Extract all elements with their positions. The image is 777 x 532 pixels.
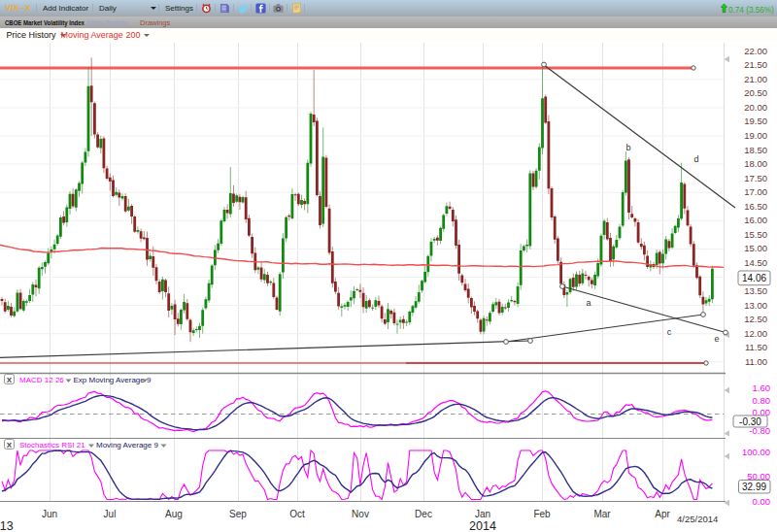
svg-text:2013: 2013 <box>0 519 14 532</box>
svg-text:2014: 2014 <box>469 519 496 532</box>
svg-text:19.50: 19.50 <box>744 116 767 126</box>
svg-text:d: d <box>693 154 698 164</box>
svg-text:18.00: 18.00 <box>744 158 767 169</box>
svg-text:11.50: 11.50 <box>745 342 767 352</box>
svg-text:Nov: Nov <box>352 509 369 519</box>
svg-text:Jan: Jan <box>475 509 490 519</box>
svg-text:14.06: 14.06 <box>742 273 766 283</box>
svg-text:e: e <box>714 334 719 344</box>
svg-text:12.50: 12.50 <box>744 314 767 324</box>
svg-text:16.50: 16.50 <box>744 201 767 212</box>
svg-text:X: X <box>7 376 13 384</box>
svg-text:Aug: Aug <box>165 509 183 519</box>
svg-text:20.50: 20.50 <box>744 87 767 98</box>
svg-text:X: X <box>7 441 13 449</box>
svg-text:1.60: 1.60 <box>753 382 771 393</box>
svg-text:Jul: Jul <box>104 509 117 519</box>
svg-text:15.00: 15.00 <box>744 243 767 253</box>
svg-text:22.00: 22.00 <box>744 46 767 56</box>
svg-text:17.50: 17.50 <box>744 173 767 183</box>
svg-text:32.99: 32.99 <box>742 482 766 492</box>
svg-text:12.00: 12.00 <box>744 328 767 339</box>
svg-text:Exp Moving Average 9: Exp Moving Average 9 <box>74 376 152 384</box>
svg-text:Jun: Jun <box>42 509 57 519</box>
svg-text:16.00: 16.00 <box>744 215 767 225</box>
svg-text:Stochastics RSI 21: Stochastics RSI 21 <box>19 441 85 449</box>
svg-text:Moving Average 9: Moving Average 9 <box>96 441 158 449</box>
svg-text:21.50: 21.50 <box>744 59 767 70</box>
svg-text:21.00: 21.00 <box>744 74 767 84</box>
svg-text:20.00: 20.00 <box>744 102 767 113</box>
svg-text:13.00: 13.00 <box>744 300 767 311</box>
svg-text:MACD 12 26: MACD 12 26 <box>19 376 64 384</box>
svg-text:14.50: 14.50 <box>744 257 767 268</box>
svg-text:Dec: Dec <box>415 509 432 519</box>
svg-text:Apr: Apr <box>655 509 670 519</box>
svg-text:a: a <box>586 298 591 308</box>
svg-text:4/25/2014: 4/25/2014 <box>677 514 718 524</box>
svg-text:Oct: Oct <box>289 509 305 519</box>
svg-text:Feb: Feb <box>533 509 551 519</box>
svg-text:-0.30: -0.30 <box>739 416 761 427</box>
svg-text:17.00: 17.00 <box>744 186 767 197</box>
svg-text:Sep: Sep <box>229 509 247 519</box>
svg-text:b: b <box>625 143 630 152</box>
svg-text:100.00: 100.00 <box>742 447 770 457</box>
svg-text:13.50: 13.50 <box>744 285 767 296</box>
svg-text:0.00: 0.00 <box>753 496 771 507</box>
svg-text:50.00: 50.00 <box>747 471 770 482</box>
svg-text:18.50: 18.50 <box>744 145 767 155</box>
svg-text:15.50: 15.50 <box>744 229 767 240</box>
svg-text:0.80: 0.80 <box>753 395 771 406</box>
svg-text:11.00: 11.00 <box>745 356 767 367</box>
svg-text:c: c <box>667 327 672 337</box>
svg-text:19.00: 19.00 <box>744 130 767 141</box>
svg-text:Mar: Mar <box>593 509 611 519</box>
